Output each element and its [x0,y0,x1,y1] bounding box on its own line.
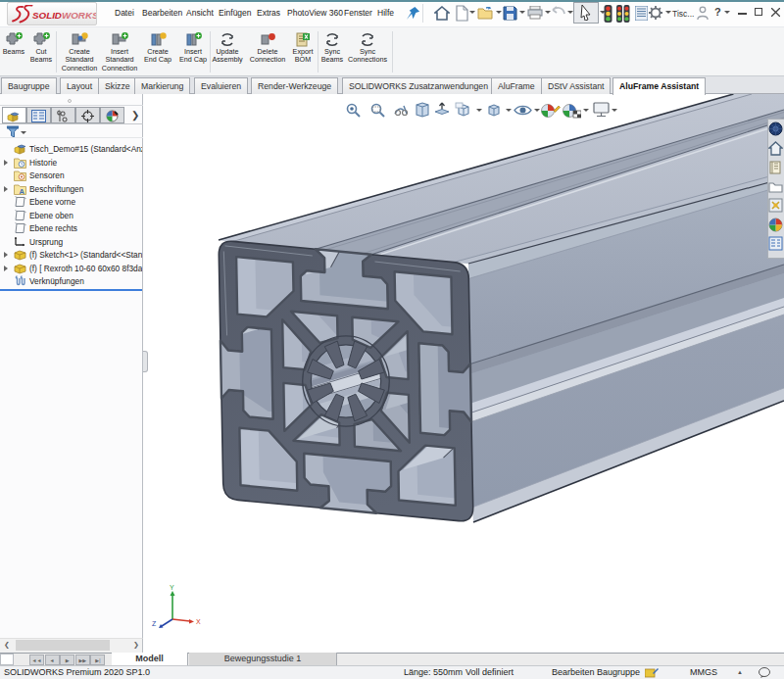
svg-text:X: X [196,618,201,625]
svg-text:Y: Y [170,584,174,591]
svg-text:Z: Z [152,620,157,627]
svg-text:SOLIDWORKS: SOLIDWORKS [32,10,96,21]
svg-text:A: A [20,186,25,195]
